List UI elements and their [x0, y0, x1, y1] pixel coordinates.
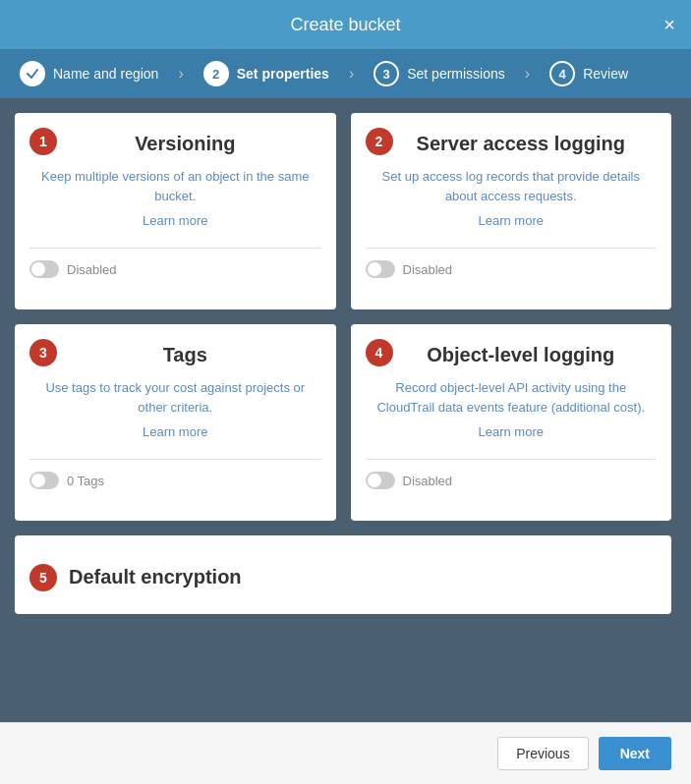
- encryption-title: Default encryption: [69, 566, 242, 588]
- next-button[interactable]: Next: [599, 737, 671, 770]
- server-access-toggle[interactable]: [366, 260, 395, 278]
- step-4-circle: 4: [549, 61, 575, 86]
- versioning-learn-more[interactable]: Learn more: [143, 213, 207, 228]
- tags-divider: [29, 459, 321, 460]
- server-access-card: 2 Server access logging Set up access lo…: [351, 113, 672, 309]
- encryption-number: 5: [29, 564, 57, 591]
- tags-card: 3 Tags Use tags to track your cost again…: [15, 324, 336, 521]
- versioning-status: Disabled: [29, 260, 117, 278]
- versioning-status-label: Disabled: [67, 262, 117, 277]
- object-logging-learn-more[interactable]: Learn more: [479, 424, 544, 439]
- tags-toggle[interactable]: [29, 472, 59, 489]
- tags-learn-more[interactable]: Learn more: [143, 424, 207, 439]
- object-logging-toggle[interactable]: [366, 472, 395, 489]
- server-access-title: Server access logging: [417, 133, 625, 155]
- object-logging-status-label: Disabled: [403, 474, 453, 488]
- step-2[interactable]: 2 Set properties: [203, 61, 329, 86]
- step-4-label: Review: [583, 66, 628, 82]
- server-access-status: Disabled: [366, 260, 453, 278]
- previous-button[interactable]: Previous: [497, 737, 588, 770]
- object-logging-title: Object-level logging: [427, 344, 614, 366]
- versioning-description: Keep multiple versions of an object in t…: [29, 167, 321, 205]
- steps-bar: Name and region › 2 Set properties › 3 S…: [0, 49, 691, 98]
- object-logging-card: 4 Object-level logging Record object-lev…: [351, 324, 672, 521]
- modal-header: Create bucket ×: [0, 0, 691, 49]
- object-logging-divider: [366, 459, 658, 460]
- modal-title: Create bucket: [290, 15, 400, 35]
- step-separator-2: ›: [349, 65, 354, 83]
- object-logging-description: Record object-level API activity using t…: [366, 378, 658, 417]
- tags-status-label: 0 Tags: [67, 474, 104, 488]
- step-2-label: Set properties: [237, 66, 329, 82]
- create-bucket-modal: Create bucket × Name and region › 2 Set …: [0, 0, 691, 784]
- step-separator-3: ›: [525, 65, 530, 83]
- default-encryption-card: 5 Default encryption: [15, 535, 671, 614]
- step-1[interactable]: Name and region: [20, 61, 158, 86]
- versioning-toggle[interactable]: [29, 260, 59, 278]
- server-access-status-label: Disabled: [403, 262, 453, 277]
- cards-grid: 1 Versioning Keep multiple versions of a…: [15, 113, 671, 521]
- server-access-divider: [366, 248, 658, 249]
- server-access-description: Set up access log records that provide d…: [366, 167, 658, 205]
- server-access-learn-more[interactable]: Learn more: [479, 213, 544, 228]
- content-area: 1 Versioning Keep multiple versions of a…: [0, 98, 691, 722]
- step-3-circle: 3: [374, 61, 399, 86]
- step-4[interactable]: 4 Review: [549, 61, 628, 86]
- step-2-circle: 2: [203, 61, 229, 86]
- tags-status: 0 Tags: [29, 472, 104, 489]
- tags-description: Use tags to track your cost against proj…: [29, 378, 321, 417]
- close-button[interactable]: ×: [663, 15, 675, 34]
- tags-number: 3: [29, 339, 57, 366]
- tags-title: Tags: [163, 344, 207, 366]
- step-3-label: Set permissions: [407, 66, 505, 82]
- step-3[interactable]: 3 Set permissions: [374, 61, 505, 86]
- object-logging-number: 4: [366, 339, 393, 366]
- step-1-label: Name and region: [53, 66, 158, 82]
- versioning-card: 1 Versioning Keep multiple versions of a…: [15, 113, 336, 309]
- versioning-divider: [29, 248, 321, 249]
- object-logging-status: Disabled: [366, 472, 453, 489]
- step-separator-1: ›: [178, 65, 183, 83]
- server-access-number: 2: [366, 128, 393, 155]
- versioning-title: Versioning: [135, 133, 235, 155]
- versioning-number: 1: [29, 128, 57, 155]
- step-1-circle: [20, 61, 45, 86]
- modal-footer: Previous Next: [0, 722, 691, 784]
